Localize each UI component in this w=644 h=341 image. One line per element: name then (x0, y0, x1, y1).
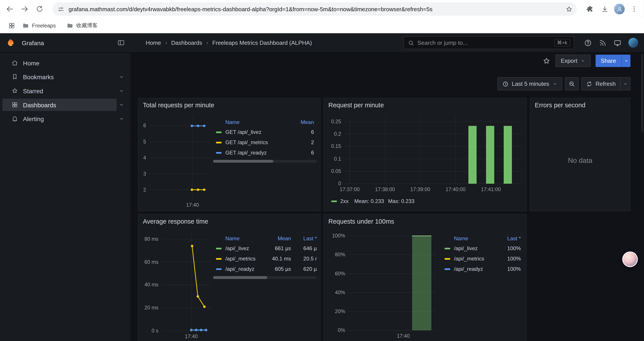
assistant-floating-avatar[interactable] (622, 251, 638, 267)
downloads-icon[interactable] (597, 2, 612, 16)
series-name: GET /api/_livez (225, 129, 293, 135)
axis-tick-label: 60% (335, 271, 345, 276)
sidebar-item-bookmarks[interactable]: Bookmarks (0, 70, 130, 84)
axis-tick-label: 60 ms (144, 259, 158, 265)
sidebar-toggle-icon[interactable] (118, 39, 125, 47)
series-color-icon (331, 200, 337, 202)
share-button[interactable]: Share (595, 55, 622, 67)
chevron-down-icon[interactable] (116, 114, 126, 124)
folder-icon (66, 22, 74, 29)
zoom-out-icon (568, 81, 575, 87)
export-button[interactable]: Export (556, 55, 590, 67)
sidebar-item-starred[interactable]: Starred (0, 84, 130, 98)
extensions-icon[interactable] (582, 2, 597, 16)
axis-tick-label: 0.1 (334, 156, 341, 162)
breadcrumb-home[interactable]: Home (146, 40, 161, 46)
time-controls: Last 5 minutes Refresh (497, 77, 630, 90)
legend-row[interactable]: /api/_livez 661 µs 646 µs (213, 243, 317, 254)
news-rss-icon[interactable] (599, 39, 607, 47)
axis-tick-label: 17:40 (185, 333, 198, 339)
legend-row[interactable]: /api/_metrics 40.1 ms 20.5 ms (213, 253, 317, 264)
panel-title[interactable]: Errors per second (535, 102, 586, 109)
legend-row[interactable]: /api/_readyz 605 µs 620 µs (213, 264, 317, 274)
bookmark-folder-freeleaps[interactable]: Freeleaps (22, 22, 56, 29)
sidebar-item-label: Alerting (23, 115, 44, 122)
panel-title[interactable]: Request per minute (328, 102, 384, 109)
sidebar-item-alerting[interactable]: Alerting (0, 112, 130, 126)
bookmark-folder-blogs[interactable]: 收藏博客 (66, 22, 98, 29)
url-bar[interactable] (52, 3, 577, 16)
time-series-plot[interactable]: 17:4065432 (150, 116, 211, 199)
zoom-out-button[interactable] (565, 77, 579, 90)
help-icon[interactable] (584, 39, 592, 47)
bar-chart-plot[interactable]: 17:40100%80%60%40%20%0% (348, 236, 436, 330)
favorite-star-icon[interactable] (543, 57, 550, 65)
chart-svg (344, 117, 521, 184)
series-color-icon (216, 258, 222, 259)
back-button[interactable] (2, 2, 17, 16)
user-avatar[interactable] (628, 38, 638, 48)
legend-inline[interactable]: 2xx Mean: 0.233 Max: 0.233 (331, 198, 419, 204)
grafana-brand: Grafana (0, 38, 130, 47)
legend-table: Name Mean GET /api/_livez 6 GET /api/_me… (213, 117, 317, 163)
url-input[interactable] (68, 6, 562, 12)
panel-title[interactable]: Total requests per minute (143, 102, 214, 109)
sidebar-item-label: Dashboards (23, 101, 56, 108)
axis-tick-label: 0.2 (334, 131, 341, 137)
search-input[interactable] (417, 40, 554, 46)
time-series-plot[interactable]: 17:4080 ms60 ms40 ms20 ms0 s (162, 233, 211, 331)
series-mean: 605 µs (266, 266, 291, 272)
sidebar-item-dashboards[interactable]: Dashboards (0, 98, 130, 112)
folder-icon (22, 22, 29, 29)
panel-title[interactable]: Average response time (143, 218, 208, 225)
legend-row[interactable]: GET /api/_readyz 6 (213, 147, 317, 158)
bar-chart-plot[interactable]: 17:37:0017:38:0017:39:0017:40:0017:41:00… (344, 117, 521, 184)
legend-scrollbar[interactable] (213, 276, 317, 279)
browser-window: Freeleaps 收藏博客 Grafana (0, 0, 644, 341)
axis-tick-label: 6 (143, 123, 146, 129)
legend-col-name[interactable]: Name (225, 119, 293, 125)
panel-title[interactable]: Requests under 100ms (328, 218, 394, 225)
sidebar-item-label: Bookmarks (23, 73, 54, 80)
refresh-interval-caret[interactable] (620, 78, 630, 90)
chevron-down-icon[interactable] (116, 86, 126, 96)
sidebar-item-label: Starred (23, 87, 43, 94)
browser-profile-avatar[interactable] (614, 4, 625, 15)
legend-row[interactable]: /api/_livez 100% (442, 243, 521, 254)
time-range-picker[interactable]: Last 5 minutes (497, 77, 562, 90)
legend-col-name[interactable]: Name (225, 235, 266, 241)
chevron-down-icon[interactable] (116, 72, 126, 82)
legend-col-last[interactable]: Last * (291, 235, 317, 241)
legend-row[interactable]: /api/_readyz 100% (442, 264, 521, 274)
browser-menu-icon[interactable] (627, 2, 641, 16)
apps-grid-icon[interactable] (6, 20, 17, 31)
legend-row[interactable]: GET /api/_livez 6 (213, 127, 317, 137)
share-menu-ca ret[interactable] (622, 55, 630, 67)
legend-col-mean[interactable]: Mean (293, 119, 314, 125)
legend-col-last[interactable]: Last * (496, 235, 521, 241)
legend-row[interactable]: /api/_metrics 100% (442, 253, 521, 264)
axis-tick-label: 0.25 (331, 119, 341, 124)
series-name: /api/_metrics (454, 256, 496, 262)
reload-button[interactable] (32, 2, 47, 16)
sidebar-item-home[interactable]: Home (0, 56, 130, 70)
chevron-down-icon[interactable] (116, 100, 126, 110)
legend-col-mean[interactable]: Mean (266, 235, 291, 241)
series-color-icon (216, 152, 222, 153)
grafana-logo[interactable] (6, 38, 15, 47)
breadcrumb-dashboards[interactable]: Dashboards (171, 40, 202, 46)
legend-table: Name Mean Last * /api/_livez 661 µs 646 … (213, 233, 317, 279)
legend-row[interactable]: GET /api/_metrics 2 (213, 137, 317, 147)
monitor-icon[interactable] (614, 39, 622, 47)
refresh-button[interactable]: Refresh (581, 77, 630, 90)
legend-header: Name Mean (213, 117, 317, 127)
forward-button[interactable] (17, 2, 32, 16)
legend-scrollbar[interactable] (213, 160, 317, 163)
panel-request-per-minute: Request per minute 17:37:0017:38:0017:39… (324, 98, 527, 211)
axis-tick-label: 4 (143, 155, 146, 161)
site-settings-icon[interactable] (58, 6, 64, 13)
legend-col-name[interactable]: Name (454, 235, 496, 241)
search-bar[interactable]: ⌘+k (404, 36, 574, 49)
bookmark-star-icon[interactable] (566, 6, 572, 13)
dashboard-scrollbar[interactable] (641, 54, 643, 132)
